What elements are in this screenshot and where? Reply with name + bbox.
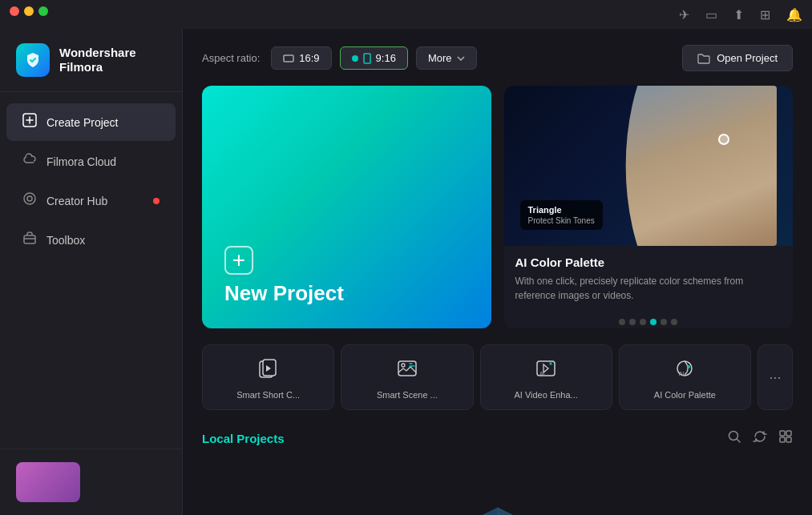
svg-text:AI: AI <box>539 371 545 376</box>
filmora-cloud-icon <box>22 152 37 171</box>
aspect-active-dot <box>352 55 358 62</box>
svg-point-2 <box>27 196 32 201</box>
carousel-dots <box>504 312 794 328</box>
app-logo-icon <box>16 43 50 77</box>
ai-panel-image: Triangle Protect Skin Tones <box>504 86 794 246</box>
creator-hub-label: Creator Hub <box>46 195 107 207</box>
empty-box-illustration <box>458 496 538 515</box>
dot-5[interactable] <box>661 319 667 325</box>
dot-1[interactable] <box>619 319 625 325</box>
dot-2[interactable] <box>629 319 636 325</box>
ai-video-enhance-icon: AI <box>535 358 556 384</box>
ai-panel-info: AI Color Palette With one click, precise… <box>504 246 794 312</box>
aspect-16-9-icon <box>283 54 294 62</box>
chat-icon[interactable]: ▭ <box>705 7 717 22</box>
traffic-lights <box>10 6 48 16</box>
svg-rect-16 <box>780 431 785 436</box>
aspect-9-16-icon <box>363 53 371 64</box>
svg-rect-19 <box>786 437 791 442</box>
sidebar: Wondershare Filmora Create Project <box>0 29 183 515</box>
upload-icon[interactable]: ⬆ <box>733 7 744 22</box>
tool-smart-short-clip[interactable]: Smart Short C... <box>202 344 334 410</box>
titlebar: ✈ ▭ ⬆ ⊞ 🔔 <box>0 0 812 29</box>
more-button[interactable]: More <box>416 46 477 70</box>
cards-grid: + New Project Triangle Protect Skin Tone… <box>202 86 793 328</box>
ai-panel-description: With one click, precisely replicate colo… <box>515 274 782 303</box>
more-label: More <box>428 52 452 64</box>
tools-more-button[interactable]: ··· <box>757 344 793 410</box>
tool-smart-scene[interactable]: Smart Scene ... <box>341 344 473 410</box>
ai-card-sub: Protect Skin Tones <box>528 216 595 225</box>
sidebar-item-create-project[interactable]: Create Project <box>6 103 176 141</box>
new-project-plus-icon: + <box>224 246 253 275</box>
ai-panel[interactable]: Triangle Protect Skin Tones AI Color Pal… <box>504 86 794 328</box>
dot-6[interactable] <box>671 319 677 325</box>
titlebar-icons: ✈ ▭ ⬆ ⊞ 🔔 <box>679 7 802 22</box>
local-projects-title: Local Projects <box>202 432 285 445</box>
toolbox-label: Toolbox <box>46 234 85 247</box>
dot-3[interactable] <box>640 319 646 325</box>
svg-text:AI: AI <box>679 371 685 376</box>
minimize-button[interactable] <box>24 6 34 16</box>
sidebar-item-filmora-cloud[interactable]: Filmora Cloud <box>6 143 176 180</box>
svg-point-13 <box>687 365 690 368</box>
ai-card-title: Triangle <box>528 205 595 215</box>
svg-point-1 <box>24 193 35 204</box>
ai-image-card: Triangle Protect Skin Tones <box>520 200 603 230</box>
send-icon[interactable]: ✈ <box>679 7 689 22</box>
main-content: Aspect ratio: 16:9 9:16 More <box>183 29 812 515</box>
logo-text: Wondershare Filmora <box>59 46 136 74</box>
svg-rect-4 <box>284 55 293 62</box>
search-icon[interactable] <box>727 429 741 448</box>
close-button[interactable] <box>10 6 19 16</box>
svg-rect-3 <box>24 235 35 243</box>
svg-rect-5 <box>364 54 370 63</box>
app-body: Wondershare Filmora Create Project <box>0 29 812 515</box>
empty-box-svg <box>458 496 538 515</box>
sidebar-logo: Wondershare Filmora <box>0 29 182 92</box>
tool-ai-video-enhance[interactable]: AI AI Video Enha... <box>480 344 612 410</box>
app-sub: Filmora <box>59 60 136 74</box>
grid-view-icon[interactable] <box>778 429 793 448</box>
user-avatar[interactable] <box>16 462 80 502</box>
ai-highlight-circle <box>718 134 729 145</box>
create-project-label: Create Project <box>46 116 118 129</box>
grid-icon[interactable]: ⊞ <box>760 7 770 22</box>
aspect-ratio-9-16[interactable]: 9:16 <box>340 46 408 70</box>
refresh-icon[interactable] <box>753 429 767 448</box>
empty-state: Recent Project <box>202 464 793 515</box>
toolbox-icon <box>22 231 37 249</box>
new-project-card[interactable]: + New Project <box>202 86 491 328</box>
open-project-label: Open Project <box>717 52 778 64</box>
aspect-9-16-label: 9:16 <box>376 52 396 64</box>
app-name: Wondershare <box>59 46 136 60</box>
svg-point-9 <box>402 364 405 367</box>
sidebar-item-creator-hub[interactable]: Creator Hub <box>6 182 176 219</box>
section-actions <box>727 429 793 448</box>
aspect-ratio-16-9[interactable]: 16:9 <box>271 46 331 70</box>
chevron-down-icon <box>457 56 465 61</box>
smart-scene-label: Smart Scene ... <box>377 390 438 400</box>
open-project-button[interactable]: Open Project <box>682 45 793 71</box>
svg-rect-18 <box>780 437 785 442</box>
tools-more-icon: ··· <box>769 369 781 386</box>
sidebar-bottom <box>0 449 182 515</box>
new-project-title: New Project <box>224 281 469 306</box>
svg-rect-8 <box>398 361 416 376</box>
ai-color-palette-icon: AI <box>674 358 695 384</box>
smart-scene-icon <box>397 358 418 384</box>
creator-hub-badge <box>153 198 160 204</box>
smart-short-clip-icon <box>258 358 279 384</box>
filmora-cloud-label: Filmora Cloud <box>46 155 116 168</box>
aspect-ratio-label: Aspect ratio: <box>202 52 260 64</box>
svg-rect-17 <box>786 431 791 436</box>
aspect-ratio-bar: Aspect ratio: 16:9 9:16 More <box>202 45 793 71</box>
smart-short-clip-label: Smart Short C... <box>236 390 300 400</box>
maximize-button[interactable] <box>38 6 48 16</box>
tool-ai-color-palette[interactable]: AI AI Color Palette <box>619 344 751 410</box>
local-projects-header: Local Projects <box>202 429 793 448</box>
ai-panel-title: AI Color Palette <box>515 255 782 269</box>
dot-4-active[interactable] <box>650 319 656 325</box>
bell-icon[interactable]: 🔔 <box>786 7 802 22</box>
sidebar-item-toolbox[interactable]: Toolbox <box>6 221 176 259</box>
